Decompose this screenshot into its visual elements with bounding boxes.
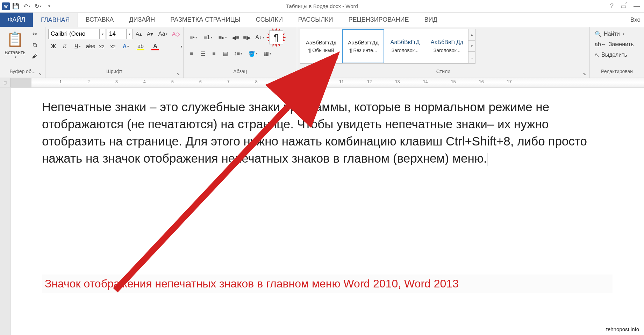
font-color-icon[interactable]: A▾ bbox=[148, 41, 162, 52]
sort-icon[interactable]: A↓▾ bbox=[253, 32, 267, 43]
tab-home[interactable]: ГЛАВНАЯ bbox=[33, 13, 78, 27]
decrease-indent-icon[interactable]: ◀≡ bbox=[230, 32, 241, 43]
borders-icon[interactable]: ▦▾ bbox=[260, 48, 274, 59]
tab-mailings[interactable]: РАССЫЛКИ bbox=[291, 13, 341, 27]
tab-design[interactable]: ДИЗАЙН bbox=[121, 13, 163, 27]
copy-icon[interactable]: ⧉ bbox=[29, 40, 40, 50]
clipboard-group-label: Буфер об...⬊ bbox=[3, 69, 42, 77]
tab-insert[interactable]: ВСТАВКА bbox=[78, 13, 122, 27]
tab-review[interactable]: РЕЦЕНЗИРОВАНИЕ bbox=[341, 13, 416, 27]
subscript-button[interactable]: x2 bbox=[96, 41, 107, 52]
window-controls: ? ▭↗ — bbox=[610, 2, 644, 10]
show-hide-marks-wrap: ¶ bbox=[267, 29, 285, 46]
paste-label: Вставить bbox=[5, 50, 25, 55]
style-heading2[interactable]: АаБбВвГгДд Заголовок... bbox=[426, 29, 468, 63]
tab-layout[interactable]: РАЗМЕТКА СТРАНИЦЫ bbox=[163, 13, 248, 27]
shading-icon[interactable]: 🪣▾ bbox=[246, 48, 260, 59]
cut-icon[interactable]: ✂ bbox=[29, 29, 40, 39]
group-paragraph: ≡•▾ ≡1▾ ≡▸▾ ◀≡ ≡▶ A↓▾ bbox=[184, 27, 297, 78]
format-painter-icon[interactable]: 🖌 bbox=[29, 51, 40, 62]
gallery-down-icon[interactable]: ▾ bbox=[468, 41, 475, 52]
group-editing: 🔍Найти▾ ab↔Заменить ↖Выделить Редактиров… bbox=[590, 27, 644, 78]
cursor-select-icon: ↖ bbox=[595, 52, 599, 58]
styles-gallery: АаБбВвГгДд ¶ Обычный АаБбВвГгДд ¶ Без ин… bbox=[300, 29, 475, 64]
find-button[interactable]: 🔍Найти▾ bbox=[593, 29, 627, 39]
paragraph-group-label: Абзац⬊ bbox=[186, 69, 294, 77]
increase-indent-icon[interactable]: ≡▶ bbox=[242, 32, 252, 43]
pilcrow-button[interactable]: ¶ bbox=[269, 30, 283, 44]
align-left-icon[interactable]: ≡ bbox=[186, 48, 197, 59]
ruler-corner[interactable]: ▢ bbox=[0, 78, 10, 87]
login-link[interactable]: Вхо bbox=[630, 13, 644, 27]
word-app-icon: W bbox=[2, 2, 10, 10]
style-heading1[interactable]: АаБбВвГгД Заголовок... bbox=[384, 29, 426, 63]
save-icon[interactable]: 💾 bbox=[10, 1, 21, 12]
font-group-label: Шрифт⬊ bbox=[48, 69, 180, 77]
undo-icon[interactable]: ↶▾ bbox=[22, 1, 32, 12]
clear-format-icon[interactable]: A◇ bbox=[171, 29, 181, 39]
styles-launcher-icon[interactable]: ⬊ bbox=[583, 72, 586, 76]
gallery-up-icon[interactable]: ▴ bbox=[468, 29, 475, 41]
style-no-spacing[interactable]: АаБбВвГгДд ¶ Без инте... bbox=[342, 29, 384, 63]
help-icon[interactable]: ? bbox=[610, 2, 614, 10]
document-title: Таблицы в Ворде.docx - Word bbox=[286, 3, 358, 9]
justify-icon[interactable]: ▤ bbox=[220, 48, 230, 59]
horizontal-ruler[interactable]: 1234567891011121314151617 bbox=[10, 78, 644, 87]
paragraph-launcher-icon[interactable]: ⬊ bbox=[290, 72, 293, 76]
align-right-icon[interactable]: ≡ bbox=[209, 48, 219, 59]
group-font: ▾ ▾ A▴ A▾ Aa▾ A◇ Ж К Ч▾ abc x2 x2 A▾ ab▾… bbox=[45, 27, 184, 78]
multilevel-icon[interactable]: ≡▸▾ bbox=[216, 32, 230, 43]
styles-group-label: Стили⬊ bbox=[300, 69, 587, 77]
clipboard-icon: 📋 bbox=[6, 29, 24, 50]
ribbon-display-icon[interactable]: ▭↗ bbox=[621, 2, 627, 10]
bold-button[interactable]: Ж bbox=[48, 41, 59, 52]
title-bar: W 💾 ↶▾ ↻▾ ▾ Таблицы в Ворде.docx - Word … bbox=[0, 0, 644, 13]
line-spacing-icon[interactable]: ↕≡▾ bbox=[231, 48, 245, 59]
font-launcher-icon[interactable]: ⬊ bbox=[177, 72, 180, 76]
strike-button[interactable]: abc bbox=[85, 41, 96, 52]
font-name-select[interactable]: ▾ bbox=[48, 29, 106, 39]
tab-file[interactable]: ФАЙЛ bbox=[0, 13, 33, 27]
binoculars-icon: 🔍 bbox=[595, 31, 602, 37]
style-normal[interactable]: АаБбВвГгДд ¶ Обычный bbox=[300, 29, 342, 63]
font-size-select[interactable]: ▾ bbox=[107, 29, 133, 39]
group-styles: АаБбВвГгДд ¶ Обычный АаБбВвГгДд ¶ Без ин… bbox=[297, 27, 590, 78]
redo-icon[interactable]: ↻▾ bbox=[33, 1, 43, 12]
clipboard-launcher-icon[interactable]: ⬊ bbox=[38, 72, 42, 76]
numbering-icon[interactable]: ≡1▾ bbox=[201, 32, 215, 43]
paste-button[interactable]: 📋 Вставить ▾ bbox=[3, 29, 27, 59]
gallery-more-icon[interactable]: ⌄ bbox=[468, 52, 475, 63]
change-case-icon[interactable]: Aa▾ bbox=[156, 29, 170, 39]
highlight-color-icon[interactable]: ab▾ bbox=[134, 41, 148, 52]
text-effects-icon[interactable]: A▾ bbox=[119, 41, 133, 52]
replace-button[interactable]: ab↔Заменить bbox=[593, 39, 636, 50]
ribbon-tabs: ФАЙЛ ГЛАВНАЯ ВСТАВКА ДИЗАЙН РАЗМЕТКА СТР… bbox=[0, 13, 644, 27]
align-center-icon[interactable]: ☰ bbox=[198, 48, 208, 59]
group-clipboard: 📋 Вставить ▾ ✂ ⧉ 🖌 Буфер об...⬊ bbox=[0, 27, 45, 78]
style-gallery-scroll: ▴ ▾ ⌄ bbox=[468, 29, 475, 63]
minimize-icon[interactable]: — bbox=[634, 2, 640, 10]
bullets-icon[interactable]: ≡•▾ bbox=[186, 32, 200, 43]
document-page[interactable]: Непечатные знаки – это служебные знаки п… bbox=[10, 88, 644, 335]
select-button[interactable]: ↖Выделить bbox=[593, 50, 629, 60]
ribbon: 📋 Вставить ▾ ✂ ⧉ 🖌 Буфер об...⬊ ▾ ▾ A▴ A… bbox=[0, 27, 644, 78]
annotation-caption: Значок отображения непечатных знаков в г… bbox=[42, 275, 613, 293]
document-area: Непечатные знаки – это служебные знаки п… bbox=[0, 88, 644, 335]
watermark: tehnopost.info bbox=[604, 326, 641, 333]
italic-button[interactable]: К bbox=[59, 41, 70, 52]
vertical-ruler[interactable] bbox=[0, 88, 10, 335]
underline-button[interactable]: Ч▾ bbox=[71, 41, 85, 52]
superscript-button[interactable]: x2 bbox=[108, 41, 118, 52]
text-cursor-icon bbox=[487, 153, 487, 166]
editing-group-label: Редактирован bbox=[593, 69, 641, 77]
grow-font-icon[interactable]: A▴ bbox=[134, 29, 144, 39]
tab-view[interactable]: ВИД bbox=[417, 13, 445, 27]
shrink-font-icon[interactable]: A▾ bbox=[145, 29, 155, 39]
replace-icon: ab↔ bbox=[595, 41, 607, 48]
quick-access-toolbar: W 💾 ↶▾ ↻▾ ▾ bbox=[0, 1, 57, 12]
document-paragraph[interactable]: Непечатные знаки – это служебные знаки п… bbox=[42, 98, 613, 167]
tab-references[interactable]: ССЫЛКИ bbox=[248, 13, 291, 27]
qat-customize-icon[interactable]: ▾ bbox=[44, 1, 55, 12]
ruler-area: ▢ 1234567891011121314151617 bbox=[0, 78, 644, 88]
